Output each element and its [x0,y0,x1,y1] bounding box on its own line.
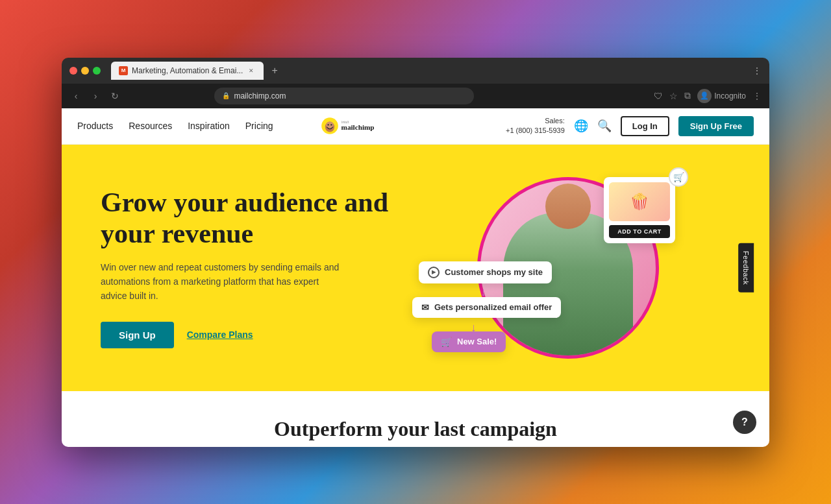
address-bar[interactable]: 🔒 mailchimp.com [214,88,474,104]
nav-resources[interactable]: Resources [129,121,172,131]
nav-right: Sales: +1 (800) 315-5939 🌐 🔍 Log In Sign… [506,116,754,136]
svg-text:mailchimp: mailchimp [341,123,375,131]
globe-icon[interactable]: 🌐 [574,119,588,133]
search-icon[interactable]: 🔍 [597,119,612,133]
window-icon[interactable]: ⧉ [684,90,691,101]
address-bar-actions: 🛡 ☆ ⧉ 👤 Incognito ⋮ [654,89,762,103]
new-sale-label: New Sale! [457,337,497,346]
sale-cart-icon: 🛒 [441,337,452,347]
add-to-cart-label: ADD TO CART [609,225,670,238]
hero-title: Grow your audience and your revenue [101,187,412,250]
nav-sales-info: Sales: +1 (800) 315-5939 [506,116,565,136]
back-button[interactable]: ‹ [69,91,82,101]
sales-label: Sales: [506,116,565,126]
incognito-avatar: 👤 [697,89,712,103]
flow-card-email-offer: ✉ Gets personalized email offer [412,297,561,318]
browser-menu-icon[interactable]: ⋮ [752,66,762,76]
svg-point-3 [327,124,329,125]
bottom-section: Outperform your last campaign [62,391,769,447]
maximize-button[interactable] [93,67,101,75]
traffic-lights [69,67,101,75]
nav-inspiration[interactable]: Inspiration [188,121,230,131]
hero-buttons: Sign Up Compare Plans [101,322,412,348]
signup-free-button[interactable]: Sign Up Free [678,116,754,136]
nav-links: Products Resources Inspiration Pricing [77,121,273,131]
tab-title: Marketing, Automation & Emai... [132,66,243,75]
close-button[interactable] [69,67,77,75]
hero-section: Grow your audience and your revenue Win … [62,145,769,391]
tab-close-button[interactable]: ✕ [247,66,256,75]
browser-window: M Marketing, Automation & Emai... ✕ + ⋮ … [62,58,769,447]
browser-titlebar: M Marketing, Automation & Emai... ✕ + ⋮ [62,58,769,84]
outperform-title: Outperform your last campaign [77,417,754,441]
play-icon: ▶ [428,267,440,278]
product-image: 🍿 [609,182,670,221]
svg-point-4 [330,124,332,125]
login-button[interactable]: Log In [621,116,669,136]
email-icon: ✉ [421,302,429,313]
star-icon[interactable]: ☆ [669,91,678,101]
incognito-label: Incognito [714,91,746,101]
hero-subtitle: Win over new and repeat customers by sen… [101,260,347,304]
hero-signup-button[interactable]: Sign Up [101,322,174,348]
flow-card-customer-shops: ▶ Customer shops my site [419,261,552,283]
nav-products[interactable]: Products [77,121,113,131]
browser-tabs: M Marketing, Automation & Emai... ✕ + [111,62,747,80]
hero-left: Grow your audience and your revenue Win … [101,187,412,348]
reload-button[interactable]: ↻ [108,91,121,101]
nav-logo[interactable]: intuit mailchimp [319,115,413,136]
cart-floating-icon: 🛒 [669,167,688,187]
customer-shops-label: Customer shops my site [445,267,543,277]
site-nav: Products Resources Inspiration Pricing i… [62,108,769,145]
active-tab[interactable]: M Marketing, Automation & Emai... ✕ [111,62,264,80]
email-offer-label: Gets personalized email offer [434,302,552,312]
person-head [545,184,591,229]
product-card: 🍿 ADD TO CART [604,177,675,243]
tab-favicon: M [119,66,128,75]
help-button[interactable]: ? [733,411,756,434]
browser-addressbar: ‹ › ↻ 🔒 mailchimp.com 🛡 ☆ ⧉ 👤 Incognito … [62,84,769,108]
hero-right: 🛒 🍿 ADD TO CART ▶ Customer shops my site… [412,171,685,365]
new-tab-button[interactable]: + [266,65,282,77]
mailchimp-logo: intuit mailchimp [319,115,413,136]
more-options-icon[interactable]: ⋮ [752,91,762,101]
nav-pricing[interactable]: Pricing [245,121,273,131]
flow-card-new-sale: 🛒 New Sale! [432,331,506,352]
forward-button[interactable]: › [89,91,102,101]
incognito-indicator: 👤 Incognito [697,89,746,103]
compare-plans-button[interactable]: Compare Plans [187,330,253,340]
page-content: Products Resources Inspiration Pricing i… [62,108,769,447]
feedback-tab[interactable]: Feedback [738,243,754,292]
minimize-button[interactable] [81,67,89,75]
lock-icon: 🔒 [222,92,230,99]
cart-icon: 🛒 [673,172,684,182]
shield-icon: 🛡 [654,91,663,101]
url-text: mailchimp.com [234,91,286,101]
sales-phone[interactable]: +1 (800) 315-5939 [506,126,565,136]
